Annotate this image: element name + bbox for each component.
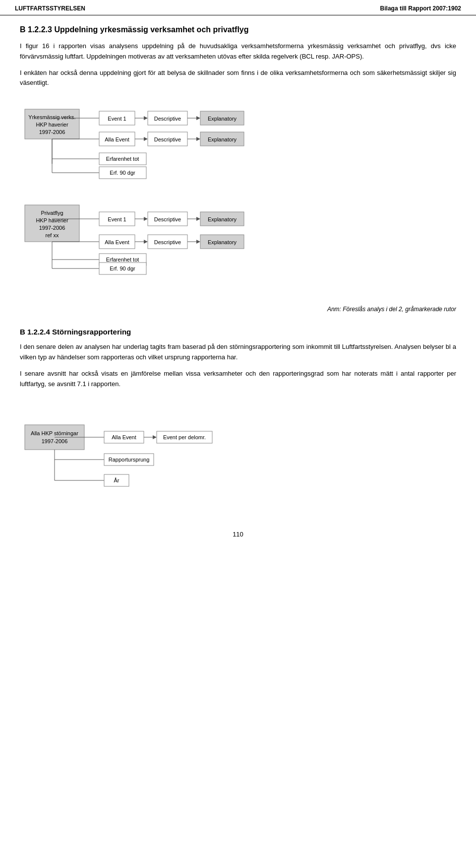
diagram2-svg: Privatflyg HKP haverier 1997-2006 ref xx… <box>20 195 377 294</box>
svg-text:Descriptive: Descriptive <box>154 116 181 122</box>
page-header: LUFTFARTSSTYRELSEN Bilaga till Rapport 2… <box>0 0 476 15</box>
diagram3: Alla HKP störningar 1997-2006 Alla Event… <box>20 395 456 496</box>
diagram2: Privatflyg HKP haverier 1997-2006 ref xx… <box>20 195 456 296</box>
svg-marker-21 <box>144 137 148 141</box>
header-right: Bilaga till Rapport 2007:1902 <box>380 5 461 12</box>
section1-title: B 1.2.2.3 Uppdelning yrkesmässig verksam… <box>20 25 456 34</box>
svg-text:Explanatory: Explanatory <box>208 216 237 222</box>
svg-text:Alla Event: Alla Event <box>105 136 129 142</box>
svg-text:HKP haverier: HKP haverier <box>36 122 68 128</box>
svg-text:Rapportursprung: Rapportursprung <box>109 457 150 463</box>
svg-marker-61 <box>196 240 200 244</box>
svg-text:Erf. 90 dgr: Erf. 90 dgr <box>110 170 135 176</box>
svg-text:Alla Event: Alla Event <box>112 434 136 440</box>
svg-text:Erf. 90 dgr: Erf. 90 dgr <box>110 266 135 271</box>
svg-text:Erfarenhet tot: Erfarenhet tot <box>106 156 139 162</box>
svg-text:ref xx: ref xx <box>46 232 59 238</box>
section2-title: B 1.2.2.4 Störningsrapportering <box>20 328 456 336</box>
section1-para2: I enkäten har också denna uppdelning gjo… <box>20 68 456 89</box>
main-content: B 1.2.2.3 Uppdelning yrkesmässig verksam… <box>0 15 476 516</box>
svg-text:Event per delomr.: Event per delomr. <box>163 434 206 440</box>
svg-text:År: År <box>114 477 119 483</box>
diagram1: Yrkesmässig verks. HKP haverier 1997-200… <box>20 94 456 185</box>
svg-text:Explanatory: Explanatory <box>208 239 237 245</box>
svg-text:1997-2006: 1997-2006 <box>42 438 68 444</box>
svg-text:Event 1: Event 1 <box>108 216 126 222</box>
svg-marker-57 <box>144 240 148 244</box>
section2-para1: I den senare delen av analysen har under… <box>20 342 456 363</box>
svg-text:Alla HKP störningar: Alla HKP störningar <box>31 430 78 436</box>
anm-text: Anm: Föreslås analys i del 2, gråmarkera… <box>20 306 456 313</box>
svg-text:Descriptive: Descriptive <box>154 216 181 222</box>
diagram3-svg: Alla HKP störningar 1997-2006 Alla Event… <box>20 395 317 494</box>
svg-text:HKP haverier: HKP haverier <box>36 217 68 223</box>
svg-text:Descriptive: Descriptive <box>154 136 181 142</box>
svg-text:Yrkesmässig verks.: Yrkesmässig verks. <box>28 114 75 120</box>
svg-marker-47 <box>144 217 148 221</box>
svg-marker-25 <box>196 137 200 141</box>
svg-text:Privatflyg: Privatflyg <box>41 210 63 216</box>
svg-text:1997-2006: 1997-2006 <box>39 225 65 231</box>
page-number: 110 <box>0 531 476 548</box>
svg-marker-78 <box>153 435 157 439</box>
svg-text:Event 1: Event 1 <box>108 116 126 122</box>
diagram1-svg: Yrkesmässig verks. HKP haverier 1997-200… <box>20 94 377 184</box>
svg-text:Descriptive: Descriptive <box>154 239 181 245</box>
svg-text:Explanatory: Explanatory <box>208 136 237 142</box>
svg-text:Alla Event: Alla Event <box>105 239 129 245</box>
svg-marker-11 <box>144 116 148 120</box>
svg-text:Explanatory: Explanatory <box>208 116 237 122</box>
svg-marker-51 <box>196 217 200 221</box>
section2-para2: I senare avsnitt har också visats en jäm… <box>20 369 456 390</box>
section1-para1: I figur 16 i rapporten visas analysens u… <box>20 41 456 62</box>
svg-text:1997-2006: 1997-2006 <box>39 129 65 135</box>
svg-marker-15 <box>196 116 200 120</box>
header-left: LUFTFARTSSTYRELSEN <box>15 5 85 12</box>
svg-text:Erfarenhet tot: Erfarenhet tot <box>106 257 139 263</box>
